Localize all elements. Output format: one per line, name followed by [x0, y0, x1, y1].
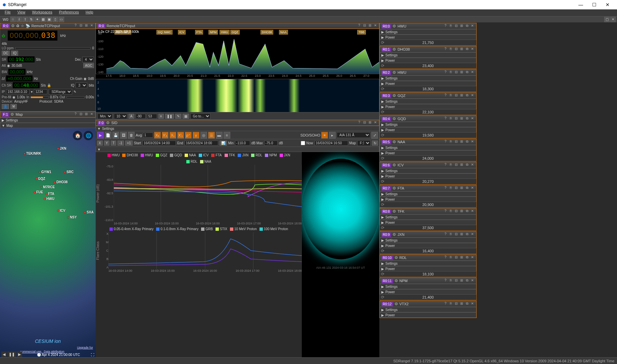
upgrade-link[interactable]: Upgrade for	[77, 346, 93, 349]
expand-icon[interactable]: ⊞	[459, 116, 464, 121]
close-icon[interactable]: ✕	[470, 140, 475, 144]
channel-settings-row[interactable]: ▶Settings	[380, 284, 476, 289]
target-icon[interactable]: ◎	[200, 132, 207, 139]
shrink-icon[interactable]: ⊟	[454, 24, 459, 29]
channel-settings-row[interactable]: ▶Settings	[380, 168, 476, 173]
dup-icon[interactable]: ⎘	[448, 255, 453, 260]
close-icon[interactable]: ✕	[470, 255, 475, 260]
chsr-value[interactable]: 00.048.000	[13, 82, 39, 88]
expand-icon[interactable]: ⊞	[459, 255, 464, 260]
gear-icon[interactable]: ⚙	[106, 120, 110, 125]
list-icon[interactable]: ≡	[224, 132, 230, 139]
sid-collapse[interactable]: ▼	[96, 147, 379, 152]
fps-icon[interactable]: ≡	[158, 114, 164, 119]
aia-select[interactable]: AIA 131 Å	[337, 132, 370, 138]
legend-item[interactable]: GRB	[201, 227, 213, 231]
shrink-icon[interactable]: ⊟	[454, 140, 459, 144]
y-button[interactable]: Y	[104, 141, 110, 146]
channel-settings-row[interactable]: ▶Settings	[380, 238, 476, 243]
minimize-button[interactable]: —	[574, 0, 587, 9]
hide-icon[interactable]: ⧉	[465, 186, 469, 191]
menu-file[interactable]: File	[1, 9, 14, 16]
xs-icon[interactable]: Xₛ	[170, 132, 176, 139]
map-station[interactable]: ICV	[57, 209, 65, 212]
rx-icon[interactable]: ⇩	[16, 17, 22, 22]
expand-icon[interactable]: ⊞	[368, 120, 372, 125]
dup-icon[interactable]: ⎘	[448, 163, 453, 167]
hide-icon[interactable]: ⧉	[465, 163, 469, 167]
legend-item[interactable]: 0.1-0.8nm X-Ray Primary	[156, 227, 198, 231]
mov-select[interactable]: Mov	[97, 113, 112, 119]
spectrum-marker[interactable]: NAA	[279, 30, 288, 35]
maximize-button[interactable]: ☐	[587, 0, 601, 9]
channel-settings-row[interactable]: ▶Settings	[380, 122, 476, 127]
close-icon[interactable]: ✕	[89, 23, 94, 28]
star-icon[interactable]: ☆	[10, 17, 16, 22]
channel-settings-row[interactable]: ▶Settings	[380, 191, 476, 197]
min-input[interactable]	[235, 141, 250, 146]
help-icon[interactable]: ?	[443, 163, 448, 167]
x2-icon[interactable]: X'₁	[162, 132, 169, 139]
help-icon[interactable]: ?	[443, 47, 448, 52]
legend-item[interactable]: GQZ	[156, 153, 168, 157]
channel-settings-row[interactable]: ▶Settings	[380, 99, 476, 104]
gear-icon[interactable]: ⚙	[392, 70, 396, 75]
menu-view[interactable]: View	[14, 9, 29, 16]
spectrum-marker[interactable]: ICV	[178, 30, 186, 35]
help-icon[interactable]: ?	[443, 302, 448, 306]
channel-power-row[interactable]: ▶Power	[380, 312, 476, 318]
hide-icon[interactable]: ⧉	[465, 47, 469, 52]
help-icon[interactable]: ?	[73, 112, 78, 117]
mov-n-select[interactable]: 10	[114, 113, 127, 119]
channel-power-row[interactable]: ▶Power	[380, 127, 476, 133]
expand-icon[interactable]: ⊞	[459, 232, 464, 237]
dup-icon[interactable]: ⎘	[448, 93, 453, 98]
cascade-icon[interactable]: ▣	[47, 17, 52, 22]
legend-item[interactable]: TFK	[225, 153, 235, 157]
att-dial-icon[interactable]: ◉	[7, 64, 10, 67]
ref-input[interactable]	[136, 114, 146, 119]
legend-item[interactable]: NPM	[265, 153, 277, 157]
close-ws-icon[interactable]: ✕	[610, 17, 616, 22]
avg-input[interactable]	[143, 133, 153, 138]
power-chart[interactable]: HWUDHO38HWUGQZGQDNAAICVFTATFKJXNRDLNPMJX…	[96, 152, 302, 226]
gear-icon[interactable]: ⚙	[392, 232, 396, 237]
menu-workspaces[interactable]: Workspaces	[29, 9, 55, 16]
expand-icon[interactable]: ⊞	[84, 112, 89, 117]
legend-item[interactable]: STIX	[216, 227, 227, 231]
hide-icon[interactable]: ⧉	[465, 24, 469, 29]
gear-icon[interactable]: ⚙	[394, 255, 398, 260]
shrink-icon[interactable]: ⊟	[454, 47, 459, 52]
map-station[interactable]: TEK/NRK	[23, 152, 41, 155]
gear-icon[interactable]: ⚙	[392, 209, 396, 214]
shrink-icon[interactable]: ⊟	[362, 120, 367, 125]
shrink-icon[interactable]: ⊟	[454, 93, 459, 98]
shrink-icon[interactable]: ⊟	[454, 255, 459, 260]
menu-help[interactable]: Help	[82, 9, 97, 16]
shrink-icon[interactable]: ⊟	[79, 23, 83, 28]
dup-icon[interactable]: ⎘	[448, 140, 453, 144]
legend-item[interactable]: HWU	[107, 153, 120, 157]
iq-button[interactable]: IQ	[11, 51, 18, 56]
lock-icon[interactable]: 🔒	[47, 84, 51, 87]
tool-icon[interactable]: ⚒	[10, 104, 17, 109]
channel-power-row[interactable]: ▶Power	[380, 220, 476, 225]
help-icon[interactable]: ?	[443, 186, 448, 191]
shrink-icon[interactable]: ⊟	[454, 278, 459, 283]
refresh-icon[interactable]: ⟳	[381, 63, 384, 68]
refresh-icon[interactable]: ⟳	[381, 133, 384, 138]
agc-button[interactable]: AGC	[83, 63, 94, 68]
expand-icon[interactable]: ⊞	[459, 209, 464, 214]
refresh-icon[interactable]: ⟳	[381, 249, 384, 253]
frequency-display[interactable]: 000,000,038	[8, 31, 57, 41]
channel-power-row[interactable]: ▶Power	[380, 35, 476, 40]
hide-icon[interactable]: ⧉	[465, 302, 469, 306]
legend-item[interactable]: HWU	[141, 153, 153, 157]
gear-icon[interactable]: ⚙	[392, 163, 396, 167]
refresh-icon[interactable]: ⟳	[381, 202, 384, 207]
plus1-button[interactable]: +1	[125, 141, 132, 146]
legend-item[interactable]: 10 MeV Proton	[230, 227, 257, 231]
expand-icon[interactable]: ⊞	[459, 24, 464, 29]
expand-icon[interactable]: ⊞	[459, 47, 464, 52]
map-station[interactable]: GQZ	[35, 177, 45, 180]
